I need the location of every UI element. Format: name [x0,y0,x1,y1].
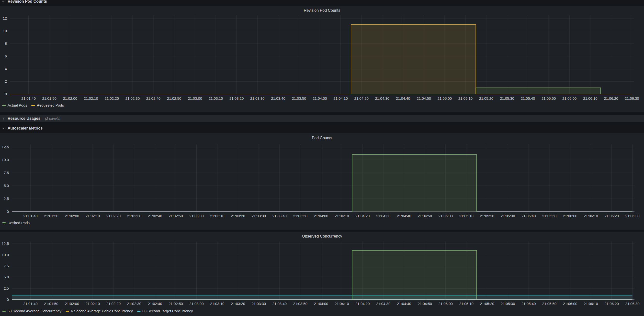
x-axis-tick-label: 21:02:10 [82,214,103,218]
x-axis-tick-label: 21:04:00 [309,96,330,100]
x-axis-tick-label: 21:01:50 [40,214,62,218]
x-axis-tick-label: 21:06:20 [601,302,622,306]
legend-swatch[interactable] [66,311,69,312]
x-axis-tick-label: 21:01:50 [39,96,60,100]
x-axis-tick-label: 21:02:40 [144,214,166,218]
chart-plot-area[interactable] [10,15,634,94]
x-axis-tick-label: 21:04:40 [392,96,414,100]
chart-plot-area[interactable] [12,144,634,212]
panel-revision-pod-counts: Revision Pod Counts 02468101221:01:4021:… [0,6,644,112]
panel-title[interactable]: Revision Pod Counts [0,8,644,13]
x-axis-tick-label: 21:05:30 [497,214,518,218]
x-axis-tick-label: 21:03:00 [184,96,206,100]
row-header-revision-pod-counts[interactable]: Revision Pod Counts [0,0,644,5]
x-axis-tick-label: 21:06:00 [559,96,580,100]
y-axis-tick-label: 0 [0,209,9,214]
legend-label: Actual Pods [8,103,27,107]
x-axis-tick-label: 21:06:20 [601,214,622,218]
x-axis-tick-label: 21:03:10 [207,302,228,306]
series-fill-actual-pods [10,88,632,94]
row-label: Autoscaler Metrics [8,126,42,130]
x-axis-tick-label: 21:05:20 [476,96,497,100]
row-label: Revision Pod Counts [8,0,47,4]
x-axis-tick-label: 21:03:40 [269,302,290,306]
legend-swatch[interactable] [31,105,35,106]
panel-pod-counts: Pod Counts 02.55.07.510.012.521:01:4021:… [0,133,644,230]
series-fill-desired-pods [12,155,632,212]
x-axis-tick-label: 21:02:00 [60,96,81,100]
x-axis-tick-label: 21:03:50 [290,302,311,306]
x-axis-tick-label: 21:04:20 [352,214,373,218]
x-axis-tick-label: 21:04:40 [394,302,414,306]
x-axis-tick-label: 21:03:00 [186,302,207,306]
x-axis-tick-label: 21:04:40 [394,214,414,218]
grafana-dashboard: { "rows": [ {"label": "Revision Pod Coun… [0,0,644,316]
x-axis-tick-label: 21:03:40 [268,96,288,100]
x-axis-tick-label: 21:03:40 [269,214,290,218]
series-fill-60-second-average-concurrency [12,251,632,300]
legend-item-6-second-average-panic-concurrency[interactable]: 6 Second Average Panic Concurrency [66,309,133,313]
x-axis-tick-label: 21:04:50 [413,96,434,100]
x-axis-tick-label: 21:05:40 [518,214,539,218]
y-axis-tick-label: 8 [0,41,7,46]
row-header-autoscaler-metrics[interactable]: Autoscaler Metrics [0,125,644,131]
chevron-down-icon [2,127,5,130]
x-axis-tick-label: 21:06:00 [560,214,581,218]
row-header-resource-usages[interactable]: Resource Usages (2 panels) [0,115,644,122]
x-axis-tick-label: 21:02:30 [124,214,145,218]
x-axis-tick-label: 21:06:10 [580,302,602,306]
legend-item-requested-pods[interactable]: Requested Pods [31,103,64,107]
x-axis-tick-label: 21:03:10 [205,96,226,100]
x-axis-tick-label: 21:05:30 [496,96,518,100]
x-axis-tick-label: 21:04:00 [311,302,332,306]
y-axis-tick-label: 2.5 [0,197,9,201]
legend: Desired Pods [2,221,30,225]
x-axis-tick-label: 21:04:10 [331,302,352,306]
panel-observed-concurrency: Observed Concurrency 02.55.07.510.012.52… [0,232,644,316]
legend-swatch[interactable] [2,311,6,312]
chevron-right-icon [2,117,5,120]
x-axis-tick-label: 21:06:10 [580,214,602,218]
x-axis-tick-label: 21:05:10 [456,214,477,218]
x-axis-tick-label: 21:04:30 [373,214,394,218]
x-axis-tick-label: 21:02:20 [103,214,124,218]
legend-swatch[interactable] [137,311,141,312]
x-axis-tick-label: 21:04:10 [331,214,352,218]
x-axis-tick-label: 21:03:30 [248,214,269,218]
x-axis-tick-label: 21:02:40 [144,302,166,306]
x-axis-tick-label: 21:02:20 [101,96,122,100]
legend-swatch[interactable] [2,222,6,223]
y-axis-tick-label: 2.5 [0,286,9,291]
x-axis-tick-label: 21:03:10 [207,214,228,218]
x-axis-tick-label: 21:03:30 [248,302,269,306]
x-axis-tick-label: 21:06:10 [580,96,601,100]
series-line-desired-pods [12,155,632,212]
x-axis-tick-label: 21:02:10 [80,96,102,100]
x-axis-tick-label: 21:03:20 [228,214,248,218]
legend-item-desired-pods[interactable]: Desired Pods [2,221,30,225]
x-axis-tick-label: 21:05:40 [518,302,539,306]
x-axis-tick-label: 21:06:30 [622,302,643,306]
y-axis-tick-label: 12 [0,16,7,20]
x-axis-tick-label: 21:02:30 [122,96,143,100]
legend-item-60-second-target-concurrency[interactable]: 60 Second Target Concurrency [137,309,193,313]
panel-title[interactable]: Observed Concurrency [0,234,644,239]
legend: Actual PodsRequested Pods [2,103,64,107]
x-axis-tick-label: 21:04:10 [330,96,351,100]
chart-plot-area[interactable] [12,242,634,300]
x-axis-tick-label: 21:02:30 [124,302,145,306]
legend-item-60-second-average-concurrency[interactable]: 60 Second Average Concurrency [2,309,62,313]
y-axis-tick-label: 12.5 [0,242,9,246]
legend-label: Requested Pods [37,103,64,107]
x-axis-tick-label: 21:06:30 [622,214,643,218]
x-axis-tick-label: 21:05:30 [497,302,518,306]
y-axis-tick-label: 5.0 [0,184,9,188]
legend-item-actual-pods[interactable]: Actual Pods [2,103,27,107]
panel-title[interactable]: Pod Counts [0,136,644,140]
series-line-requested-pods [10,25,632,94]
x-axis-tick-label: 21:04:00 [311,214,332,218]
legend-swatch[interactable] [2,105,6,106]
y-axis-tick-label: 10 [0,29,7,33]
x-axis-tick-label: 21:02:20 [103,302,124,306]
x-axis-tick-label: 21:04:50 [414,214,435,218]
